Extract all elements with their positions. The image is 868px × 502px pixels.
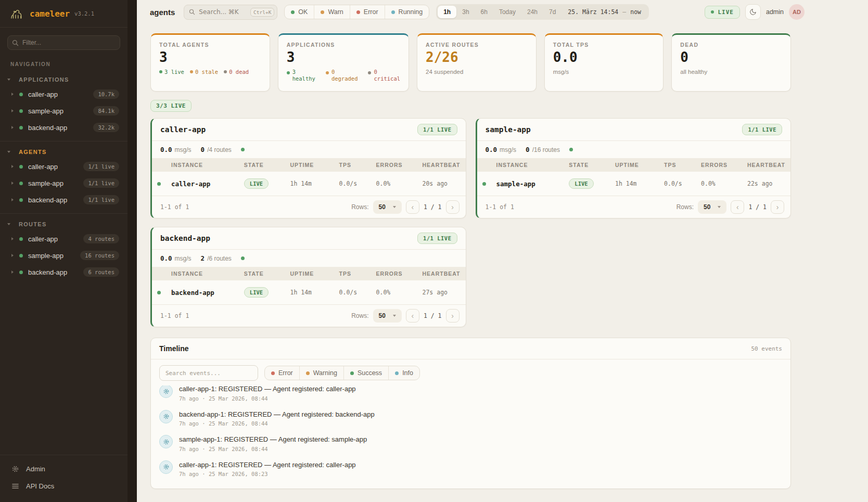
sidebar-item-applications-caller-app[interactable]: caller-app 10.7k (0, 86, 127, 102)
error-dot (271, 371, 275, 375)
filter-chip-info[interactable]: Info (388, 366, 419, 380)
col-tps: TPS (659, 158, 696, 172)
timeline-toolbar: Error Warning Success Info (151, 359, 790, 385)
range-7d-button[interactable]: 7d (543, 6, 561, 18)
event-item[interactable]: sample-app-1: REGISTERED — Agent registe… (159, 431, 782, 456)
chip-label: Warning (313, 369, 337, 377)
warning-dot (306, 371, 310, 375)
time-range-selector: 1h 3h 6h Today 24h 7d 25. März 14:54 — n… (436, 4, 649, 20)
rows-per-page-select[interactable]: 50 (698, 200, 726, 214)
camel-logo-icon (9, 7, 25, 20)
events-search-input[interactable] (159, 365, 258, 381)
table-header-row: INSTANCE STATE UPTIME TPS ERRORS HEARTBE… (152, 158, 466, 172)
filter-chip-running[interactable]: Running (385, 5, 429, 19)
rows-per-page-select[interactable]: 50 (373, 200, 402, 214)
filter-chip-ok[interactable]: OK (285, 5, 314, 19)
sidebar-item-applications-sample-app[interactable]: sample-app 84.1k (0, 102, 127, 119)
next-page-button[interactable]: › (771, 200, 784, 214)
sidebar-item-applications-backend-app[interactable]: backend-app 32.2k (0, 119, 127, 136)
range-6h-button[interactable]: 6h (475, 6, 493, 18)
main-area: agents Ctrl+K OK Warn Error (137, 0, 868, 502)
range-today-button[interactable]: Today (493, 6, 521, 18)
app-card-caller-app: caller-app 1/1 LIVE 0.0 msg/s 0 /4 route… (150, 118, 466, 218)
prev-page-button[interactable]: ‹ (731, 200, 744, 214)
event-timestamp: 7h ago · 25 Mar 2026, 08:44 (179, 420, 375, 427)
instances-table: INSTANCE STATE UPTIME TPS ERRORS HEARTBE… (477, 158, 791, 196)
stat-card-dead: DEAD 0 all healthy (671, 33, 791, 92)
status-filter-group: OK Warn Error Running (284, 5, 429, 19)
filter-input[interactable] (7, 35, 120, 50)
live-label: LIVE (718, 9, 734, 16)
chevron-down-icon (7, 223, 10, 225)
col-tps: TPS (334, 158, 371, 172)
sidebar-group-agents: AGENTS caller-app 1/1 live sample-app 1/… (0, 141, 127, 213)
event-filter-group: Error Warning Success Info (264, 366, 420, 380)
global-search: Ctrl+K (184, 5, 277, 20)
sidebar-item-admin[interactable]: Admin (0, 460, 127, 478)
group-header-applications[interactable]: APPLICATIONS (0, 73, 127, 86)
shortcut-badge: Ctrl+K (250, 8, 274, 17)
uptime-value: 1h 14m (610, 172, 659, 196)
events-list[interactable]: caller-app-1: REGISTERED — Agent registe… (151, 385, 790, 488)
date-range-separator: — (622, 8, 626, 16)
avatar[interactable]: AD (789, 4, 805, 20)
sidebar-item-agents-caller-app[interactable]: caller-app 1/1 live (0, 158, 127, 175)
group-header-agents[interactable]: AGENTS (0, 146, 127, 158)
sidebar-edge (127, 0, 137, 502)
event-gear-icon (159, 460, 173, 474)
event-timestamp: 7h ago · 25 Mar 2026, 08:44 (179, 446, 367, 452)
sidebar-spacer (0, 286, 127, 455)
app-live-badge: 1/1 LIVE (417, 124, 457, 135)
tps-value: 0.0 (486, 146, 497, 153)
table-row[interactable]: backend-app LIVE 1h 14m 0.0/s 0.0% 27s a… (152, 280, 466, 304)
table-row[interactable]: sample-app LIVE 1h 14m 0.0/s 0.0% 22s ag… (477, 172, 791, 196)
range-24h-button[interactable]: 24h (521, 6, 543, 18)
sidebar-item-label: sample-app (28, 179, 63, 187)
date-range: 25. März 14:54 — now (561, 8, 647, 16)
sidebar-item-routes-caller-app[interactable]: caller-app 4 routes (0, 230, 127, 247)
instance-name: backend-app (166, 280, 239, 304)
event-title: sample-app-1: REGISTERED — Agent registe… (179, 435, 367, 444)
sidebar-item-agents-backend-app[interactable]: backend-app 1/1 live (0, 191, 127, 208)
topbar: agents Ctrl+K OK Warn Error (137, 0, 868, 24)
app-stats: 0.0 msg/s 0 /4 routes (152, 141, 466, 158)
event-item[interactable]: backend-app-1: REGISTERED — Agent regist… (159, 406, 782, 431)
table-footer: 1-1 of 1 Rows: 50 ‹ 1 / 1 › (477, 196, 791, 218)
prev-page-button[interactable]: ‹ (406, 309, 419, 323)
theme-toggle-button[interactable] (745, 4, 761, 20)
next-page-button[interactable]: › (446, 309, 459, 323)
table-row[interactable]: caller-app LIVE 1h 14m 0.0/s 0.0% 20s ag… (152, 172, 466, 196)
routes-value: 2 (201, 254, 205, 262)
chevron-down-icon (393, 315, 396, 317)
state-badge: LIVE (569, 178, 593, 189)
prev-page-button[interactable]: ‹ (406, 200, 419, 214)
stat-card-active-routes: ACTIVE ROUTES 2/26 24 suspended (417, 33, 537, 92)
range-1h-button[interactable]: 1h (438, 6, 456, 18)
sidebar-item-routes-backend-app[interactable]: backend-app 6 routes (0, 264, 127, 280)
filter-chip-success[interactable]: Success (343, 366, 388, 380)
app-title: backend-app (160, 234, 210, 242)
chip-label: Running (399, 8, 423, 16)
event-item[interactable]: caller-app-1: REGISTERED — Agent registe… (159, 385, 782, 406)
stat-card-applications: APPLICATIONS 3 3healthy 0degraded 0criti… (278, 33, 409, 92)
sidebar-item-api-docs[interactable]: API Docs (0, 478, 127, 495)
filter-chip-warning[interactable]: Warning (299, 366, 343, 380)
sidebar-item-agents-sample-app[interactable]: sample-app 1/1 live (0, 175, 127, 191)
event-item[interactable]: caller-app-1: REGISTERED — Agent registe… (159, 456, 782, 482)
sidebar-item-routes-sample-app[interactable]: sample-app 16 routes (0, 247, 127, 264)
next-page-button[interactable]: › (446, 200, 459, 214)
content: TOTAL AGENTS 3 3 live 0 stale 0 dead APP… (137, 24, 868, 502)
filter-chip-warn[interactable]: Warn (314, 5, 349, 19)
chevron-right-icon (11, 271, 14, 274)
rows-per-page-select[interactable]: 50 (373, 309, 402, 323)
tps-unit: msg/s (175, 255, 192, 262)
rows-label: Rows: (351, 203, 368, 211)
group-header-routes[interactable]: ROUTES (0, 218, 127, 230)
timeline-event-count: 50 events (751, 345, 782, 352)
range-3h-button[interactable]: 3h (456, 6, 475, 18)
filter-chip-error[interactable]: Error (265, 366, 299, 380)
tps-value: 0.0 (160, 254, 172, 262)
rows-per-page-value: 50 (704, 203, 710, 211)
stat-label: APPLICATIONS (287, 42, 400, 48)
filter-chip-error[interactable]: Error (350, 5, 385, 19)
